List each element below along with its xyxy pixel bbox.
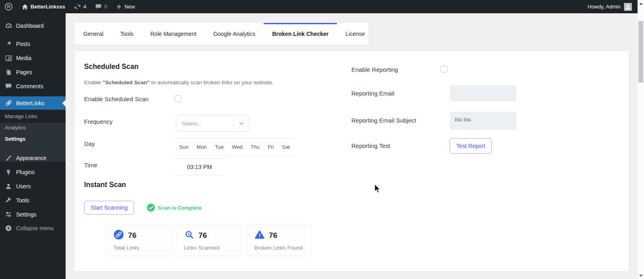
scrollbar[interactable]: [638, 0, 644, 279]
settings-panel: Scheduled Scan Enable "Scheduled Scan" t…: [75, 51, 629, 271]
settings-tabs: General Tools Role Management Google Ana…: [75, 23, 368, 44]
sidebar-item-label: Comments: [16, 83, 43, 90]
new-content-menu[interactable]: New: [111, 0, 139, 13]
scheduled-scan-description: Enable "Scheduled Scan" to automatically…: [84, 79, 274, 85]
day-wed[interactable]: Wed: [232, 144, 243, 150]
sidebar-subitem-settings[interactable]: Settings: [0, 133, 66, 144]
enable-scheduled-scan-label: Enable Scheduled Scan: [84, 96, 149, 102]
frequency-placeholder: Select...: [176, 121, 233, 127]
day-picker: Sun Mon Tue Wed Thu Fri Sat: [175, 138, 294, 156]
sidebar-item-appearance[interactable]: Appearance: [0, 151, 66, 165]
avatar[interactable]: [624, 3, 632, 11]
chevron-down-icon: [234, 122, 249, 125]
sidebar-item-label: Settings: [16, 211, 37, 218]
betterlinks-icon: [4, 99, 12, 107]
tab-license[interactable]: License: [337, 23, 373, 44]
pushpin-icon: [4, 40, 12, 48]
comments-icon: [4, 82, 12, 90]
sidebar-item-users[interactable]: Users: [0, 179, 66, 193]
time-input[interactable]: 03:13 PM: [175, 158, 224, 175]
stat-value: 76: [128, 231, 136, 240]
scroll-down-icon[interactable]: [638, 273, 644, 279]
day-thu[interactable]: Thu: [251, 144, 260, 150]
time-label: Time: [84, 162, 97, 169]
reporting-test-label: Reporting Test: [351, 142, 390, 149]
tab-tools[interactable]: Tools: [112, 23, 142, 44]
stat-card-broken-links: 76 Broken Links Found: [246, 224, 312, 256]
sidebar-subitem-manage-links[interactable]: Manage Links: [0, 110, 66, 122]
sidebar-item-pages[interactable]: Pages: [0, 65, 66, 79]
stat-card-total-links: 76 Total Links: [105, 224, 172, 256]
site-name: BetterLinksss: [31, 4, 65, 10]
day-fri[interactable]: Fri: [268, 144, 274, 150]
success-check-icon: [147, 204, 155, 212]
day-sat[interactable]: Sat: [282, 144, 290, 150]
search-icon: [184, 230, 194, 241]
reporting-email-subject-label: Reporting Email Subject: [351, 117, 416, 124]
scrollbar-thumb[interactable]: [638, 21, 643, 83]
tab-general[interactable]: General: [75, 23, 112, 44]
stat-value: 76: [269, 231, 277, 240]
sidebar-item-media[interactable]: Media: [0, 51, 66, 65]
reporting-email-input[interactable]: [450, 85, 516, 101]
howdy-text[interactable]: Howdy, Admin: [588, 4, 621, 10]
enable-reporting-label: Enable Reporting: [351, 66, 398, 73]
link-icon: [114, 230, 124, 241]
frequency-label: Frequency: [84, 118, 113, 125]
sidebar-item-dashboard[interactable]: Dashboard: [0, 19, 66, 33]
site-menu[interactable]: BetterLinksss: [17, 0, 70, 13]
stat-value: 76: [198, 231, 207, 240]
reporting-email-subject-input[interactable]: bla bla: [450, 112, 516, 130]
active-menu-notch: [62, 100, 69, 106]
subitem-label: Settings: [5, 136, 25, 142]
stat-label: Broken Links Found: [254, 245, 303, 251]
paintbrush-icon: [4, 154, 12, 162]
sidebar-item-label: Tools: [16, 197, 29, 204]
scroll-up-icon[interactable]: [638, 1, 644, 6]
comments-count: 0: [104, 4, 107, 10]
day-sun[interactable]: Sun: [179, 144, 188, 150]
scheduled-scan-title: Scheduled Scan: [84, 62, 138, 71]
plug-icon: [4, 168, 12, 176]
wordpress-logo-icon: W: [4, 2, 13, 11]
tab-google-analytics[interactable]: Google Analytics: [205, 23, 264, 44]
enable-scheduled-scan-checkbox[interactable]: [175, 95, 182, 102]
enable-reporting-checkbox[interactable]: [441, 66, 448, 73]
scan-status-text: Scan is Complete.: [158, 205, 203, 211]
sidebar-item-plugins[interactable]: Plugins: [0, 165, 66, 179]
day-tue[interactable]: Tue: [215, 144, 224, 150]
new-label: New: [124, 4, 135, 10]
pages-icon: [4, 68, 12, 76]
tab-broken-link-checker[interactable]: Broken Link Checker: [264, 23, 337, 44]
sidebar-item-label: BetterLinks: [16, 100, 44, 106]
sidebar-item-posts[interactable]: Posts: [0, 37, 66, 51]
sliders-icon: [4, 210, 12, 219]
test-report-button[interactable]: Test Report: [450, 138, 492, 154]
sidebar-item-label: Collapse menu: [16, 225, 54, 231]
subitem-label: Manage Links: [5, 113, 37, 119]
sidebar-item-collapse-menu[interactable]: Collapse menu: [0, 221, 66, 235]
sidebar-item-tools[interactable]: Tools: [0, 194, 66, 207]
start-scanning-button[interactable]: Start Scanning: [84, 201, 134, 214]
comments-menu[interactable]: 0: [91, 0, 111, 13]
stat-label: Total Links: [114, 245, 139, 251]
day-label: Day: [84, 140, 95, 147]
frequency-select[interactable]: Select...: [176, 115, 250, 132]
instant-scan-title: Instant Scan: [84, 181, 126, 189]
updates-menu[interactable]: 4: [70, 0, 91, 13]
sidebar-subitem-analytics[interactable]: Analytics: [0, 122, 66, 133]
wordpress-logo-menu[interactable]: W: [0, 0, 17, 13]
sidebar-item-label: Dashboard: [16, 23, 44, 29]
plus-icon: [116, 4, 122, 10]
comment-icon: [95, 3, 102, 10]
day-mon[interactable]: Mon: [196, 144, 206, 150]
sidebar-item-label: Plugins: [16, 169, 35, 175]
sidebar-item-betterlinks[interactable]: BetterLinks: [0, 96, 66, 110]
svg-text:W: W: [6, 4, 11, 9]
sidebar-item-comments[interactable]: Comments: [0, 79, 66, 93]
screen: W BetterLinksss 4 0: [0, 0, 644, 279]
stat-label: Links Scanned: [184, 245, 220, 251]
tab-role-management[interactable]: Role Management: [142, 23, 205, 44]
sidebar-item-label: Appearance: [16, 155, 47, 161]
sidebar-item-settings[interactable]: Settings: [0, 208, 66, 221]
